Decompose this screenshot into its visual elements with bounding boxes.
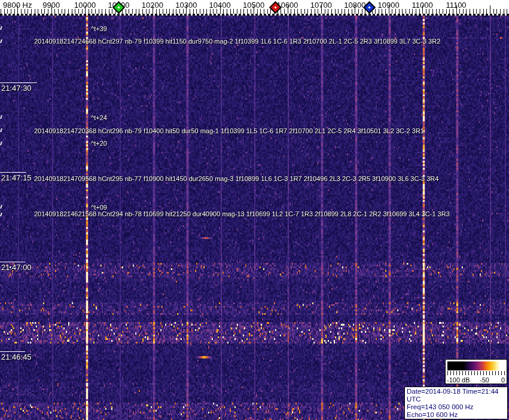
freq-tick-label: 10200 — [142, 1, 163, 10]
freq-tick — [166, 9, 167, 14]
freq-tick — [348, 9, 349, 14]
freq-tick — [412, 9, 413, 14]
freq-tick — [14, 9, 15, 14]
info-date-time: Date=2014-09-18 Time=21:44 UTC — [407, 388, 505, 403]
freq-tick — [382, 9, 382, 14]
freq-tick — [490, 5, 490, 14]
freq-tick — [476, 9, 477, 14]
freq-tick — [149, 9, 150, 14]
freq-tick — [392, 9, 392, 14]
freq-tick-label: 10400 — [209, 1, 231, 10]
freq-tick — [311, 9, 312, 14]
freq-tick — [483, 9, 484, 14]
freq-tick — [31, 9, 32, 14]
freq-tick-label: 11000 — [412, 1, 433, 10]
freq-tick — [328, 9, 328, 14]
freq-tick — [385, 9, 386, 14]
freq-tick — [48, 9, 48, 14]
freq-tick — [38, 9, 38, 14]
freq-tick — [25, 9, 25, 14]
freq-tick — [486, 9, 487, 14]
freq-tick — [281, 9, 281, 14]
freq-tick — [179, 9, 180, 14]
freq-tick — [4, 9, 5, 14]
freq-tick — [443, 9, 443, 14]
freq-tick — [169, 9, 170, 14]
freq-tick — [504, 9, 504, 14]
freq-tick — [62, 9, 62, 14]
freq-tick — [402, 9, 403, 14]
freq-tick — [112, 9, 112, 14]
freq-tick-label: 10900 — [378, 1, 400, 10]
freq-tick — [223, 9, 224, 14]
colormap-labels: -100 dB -50 0 — [446, 376, 507, 384]
freq-tick — [82, 9, 83, 14]
freq-tick — [44, 9, 45, 14]
freq-tick — [493, 9, 494, 14]
freq-tick — [230, 9, 231, 14]
freq-tick — [176, 9, 176, 14]
freq-tick — [92, 9, 92, 14]
freq-tick — [213, 9, 214, 14]
freq-tick — [75, 9, 75, 14]
freq-tick — [466, 9, 467, 14]
legend-label-max: 0 — [501, 376, 505, 384]
freq-tick — [251, 9, 251, 14]
freq-tick — [432, 9, 433, 14]
freq-tick — [304, 9, 305, 14]
freq-tick — [102, 9, 102, 14]
freq-tick — [196, 9, 197, 14]
info-echo-frequency: Echo=10 600 Hz — [407, 411, 505, 419]
freq-tick — [200, 9, 200, 14]
freq-tick — [41, 9, 42, 14]
freq-tick — [159, 9, 160, 14]
freq-tick — [109, 9, 109, 14]
freq-tick-label: 10500 — [243, 1, 264, 10]
freq-tick-label: 10800 — [344, 1, 365, 10]
freq-tick — [419, 9, 420, 14]
freq-tick — [233, 9, 234, 14]
freq-tick — [139, 9, 139, 14]
freq-tick — [507, 9, 507, 14]
freq-tick-label: 10700 — [310, 1, 332, 10]
freq-tick — [446, 9, 447, 14]
freq-tick — [264, 9, 264, 14]
freq-tick — [315, 9, 315, 14]
freq-tick — [210, 9, 211, 14]
legend-label-mid: -50 — [480, 376, 489, 384]
freq-tick — [335, 9, 336, 14]
freq-tick — [406, 9, 406, 14]
ruler-dashed-edge — [0, 14, 509, 16]
freq-tick — [7, 9, 8, 14]
freq-tick — [331, 9, 332, 14]
freq-tick — [459, 9, 460, 14]
freq-tick — [68, 9, 69, 14]
freq-tick — [129, 9, 129, 14]
frequency-ruler[interactable]: 9800 Hz990010000101001020010300104001050… — [0, 0, 509, 14]
freq-tick — [78, 9, 79, 14]
freq-tick — [436, 9, 437, 14]
freq-tick — [54, 9, 55, 14]
freq-tick — [193, 9, 194, 14]
freq-tick — [136, 9, 136, 14]
freq-tick — [58, 9, 59, 14]
freq-tick — [416, 9, 416, 14]
freq-tick — [284, 9, 285, 14]
freq-tick — [28, 9, 28, 14]
freq-tick — [395, 9, 396, 14]
info-frequency: Freq=143 050 000 Hz — [407, 403, 505, 411]
status-info-box: Date=2014-09-18 Time=21:44 UTC Freq=143 … — [404, 387, 508, 419]
freq-tick — [240, 9, 241, 14]
freq-tick-label: 11100 — [446, 1, 466, 10]
freq-tick — [297, 9, 298, 14]
spectrogram-canvas[interactable] — [0, 16, 509, 420]
freq-tick-label: 10300 — [175, 1, 197, 10]
freq-tick — [163, 9, 163, 14]
freq-tick — [453, 9, 453, 14]
freq-tick — [132, 9, 133, 14]
freq-tick — [217, 9, 217, 14]
freq-tick — [126, 9, 126, 14]
freq-tick — [190, 9, 190, 14]
freq-tick — [301, 9, 301, 14]
freq-tick — [267, 9, 268, 14]
